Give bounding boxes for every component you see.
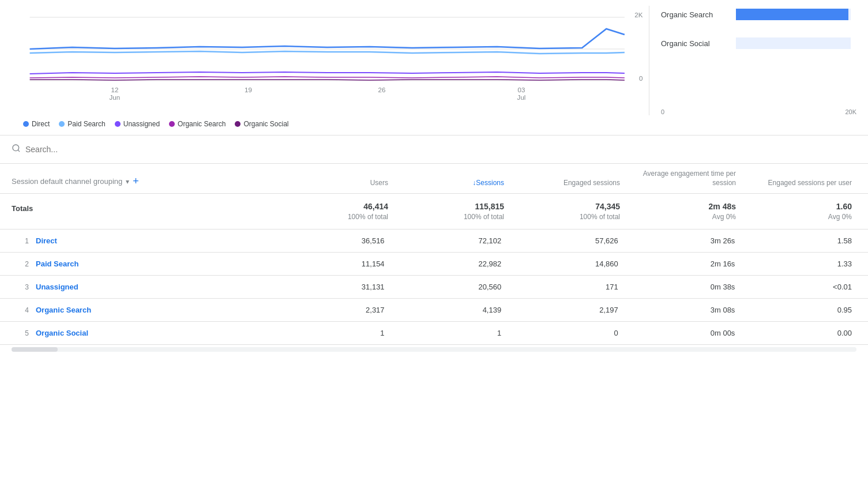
- row-name[interactable]: Organic Social: [36, 329, 272, 337]
- right-chart-legend: Organic Search Organic Social: [661, 6, 856, 106]
- totals-users-sub: 100% of total: [281, 213, 388, 221]
- table-row: 1Direct36,51672,10257,6263m 26s1.58: [0, 230, 868, 253]
- row-number: 2: [12, 260, 29, 268]
- row-metric-3: 0m 38s: [623, 283, 740, 291]
- direct-line: [30, 29, 625, 49]
- right-legend-organic-search-label: Organic Search: [661, 10, 730, 19]
- row-metric-4: 0.00: [739, 329, 856, 337]
- legend-item-direct: Direct: [23, 120, 50, 128]
- y-axis-max: 2K: [634, 12, 643, 18]
- legend-label-paid-search: Paid Search: [67, 120, 105, 128]
- filter-dropdown-icon[interactable]: ▾: [126, 178, 129, 186]
- legend-item-organic-search: Organic Search: [169, 120, 226, 128]
- legend-dot-organic-search: [169, 121, 175, 127]
- totals-engaged-main: 74,345: [513, 202, 620, 211]
- row-metric-4: 0.95: [739, 306, 856, 314]
- row-name[interactable]: Direct: [36, 236, 272, 245]
- row-metric-0: 11,154: [272, 259, 389, 268]
- legend-dot-unassigned: [115, 121, 121, 127]
- table-row: 4Organic Search2,3174,1392,1973m 08s0.95: [0, 299, 868, 322]
- chart-section: 2K 0 12 Jun 19 26: [0, 0, 868, 135]
- data-rows-container: 1Direct36,51672,10257,6263m 26s1.582Paid…: [0, 230, 868, 345]
- row-metric-1: 1: [389, 329, 506, 337]
- paid-search-line: [30, 51, 625, 54]
- totals-engaged-per-user-sub: Avg 0%: [745, 213, 852, 221]
- row-name[interactable]: Unassigned: [36, 283, 272, 291]
- y-axis-min: 0: [639, 75, 642, 82]
- organic-search-bar-track: [736, 9, 851, 20]
- totals-label: Totals: [12, 202, 277, 213]
- legend-label-unassigned: Unassigned: [123, 120, 160, 128]
- organic-search-bar-fill: [736, 9, 848, 20]
- right-chart: Organic Search Organic Social: [649, 6, 856, 115]
- row-metric-3: 0m 00s: [623, 329, 740, 337]
- row-metric-1: 20,560: [389, 283, 506, 291]
- svg-text:26: 26: [378, 86, 386, 93]
- dimension-label: Session default channel grouping: [12, 177, 122, 186]
- totals-avg-engagement: 2m 48s Avg 0%: [625, 202, 741, 221]
- dimension-column-header: Session default channel grouping ▾ +: [12, 175, 277, 187]
- add-column-icon[interactable]: +: [133, 175, 139, 187]
- row-metric-0: 2,317: [272, 306, 389, 314]
- row-metric-4: 1.58: [739, 236, 856, 245]
- right-legend-organic-social-label: Organic Social: [661, 39, 730, 48]
- row-name[interactable]: Organic Search: [36, 306, 272, 314]
- totals-users-main: 46,414: [281, 202, 388, 211]
- totals-avg-engagement-main: 2m 48s: [629, 202, 736, 211]
- table-row: 3Unassigned31,13120,5601710m 38s<0.01: [0, 276, 868, 299]
- totals-engaged: 74,345 100% of total: [509, 202, 625, 221]
- table-row: 2Paid Search11,15422,98214,8602m 16s1.33: [0, 253, 868, 276]
- totals-users: 46,414 100% of total: [277, 202, 393, 221]
- row-name[interactable]: Paid Search: [36, 259, 272, 268]
- row-metric-0: 1: [272, 329, 389, 337]
- legend-label-organic-search: Organic Search: [178, 120, 226, 128]
- totals-avg-engagement-sub: Avg 0%: [629, 213, 736, 221]
- row-metric-2: 0: [506, 329, 623, 337]
- scrollbar-thumb[interactable]: [12, 347, 58, 352]
- table-row: 5Organic Social1100m 00s0.00: [0, 322, 868, 345]
- totals-engaged-per-user: 1.60 Avg 0%: [741, 202, 856, 221]
- col-header-users[interactable]: Users: [277, 179, 393, 188]
- svg-text:12: 12: [111, 86, 118, 93]
- svg-point-9: [13, 145, 19, 151]
- right-legend-organic-search: Organic Search: [661, 9, 856, 20]
- legend-dot-organic-social: [235, 121, 241, 127]
- row-metric-3: 3m 08s: [623, 306, 740, 314]
- right-xaxis-min: 0: [661, 108, 664, 115]
- col-header-avg-engagement[interactable]: Average engagement time per session: [625, 170, 741, 187]
- svg-line-10: [18, 150, 20, 152]
- organic-social-line: [30, 80, 625, 80]
- chart-legend: Direct Paid Search Unassigned Organic Se…: [12, 115, 856, 135]
- row-metric-0: 36,516: [272, 236, 389, 245]
- col-header-engaged-per-user[interactable]: Engaged sessions per user: [741, 179, 856, 188]
- totals-row: Totals 46,414 100% of total 115,815 100%…: [0, 194, 868, 230]
- row-metric-3: 2m 16s: [623, 259, 740, 268]
- legend-dot-direct: [23, 121, 29, 127]
- totals-sessions-sub: 100% of total: [397, 213, 504, 221]
- row-number: 4: [12, 306, 29, 314]
- organic-social-bar-track: [736, 37, 851, 49]
- organic-search-bar-container: [736, 9, 851, 20]
- row-metric-2: 171: [506, 283, 623, 291]
- row-metric-1: 72,102: [389, 236, 506, 245]
- search-input[interactable]: [25, 145, 856, 154]
- totals-engaged-per-user-main: 1.60: [745, 202, 852, 211]
- scrollbar-track[interactable]: [12, 347, 856, 352]
- svg-text:19: 19: [245, 86, 252, 93]
- col-header-sessions[interactable]: ↓Sessions: [393, 179, 509, 188]
- row-metric-0: 31,131: [272, 283, 389, 291]
- row-metric-3: 3m 26s: [623, 236, 740, 245]
- row-metric-2: 14,860: [506, 259, 623, 268]
- row-metric-1: 4,139: [389, 306, 506, 314]
- right-legend-organic-social: Organic Social: [661, 37, 856, 49]
- row-number: 3: [12, 283, 29, 291]
- right-xaxis-max: 20K: [845, 108, 856, 115]
- row-number: 1: [12, 237, 29, 245]
- legend-label-direct: Direct: [32, 120, 50, 128]
- totals-sessions-main: 115,815: [397, 202, 504, 211]
- col-header-engaged-sessions[interactable]: Engaged sessions: [509, 179, 625, 188]
- legend-item-paid-search: Paid Search: [59, 120, 105, 128]
- row-metric-4: <0.01: [739, 283, 856, 291]
- table-header: Session default channel grouping ▾ + Use…: [0, 164, 868, 194]
- chart-area: 2K 0 12 Jun 19 26: [12, 6, 856, 115]
